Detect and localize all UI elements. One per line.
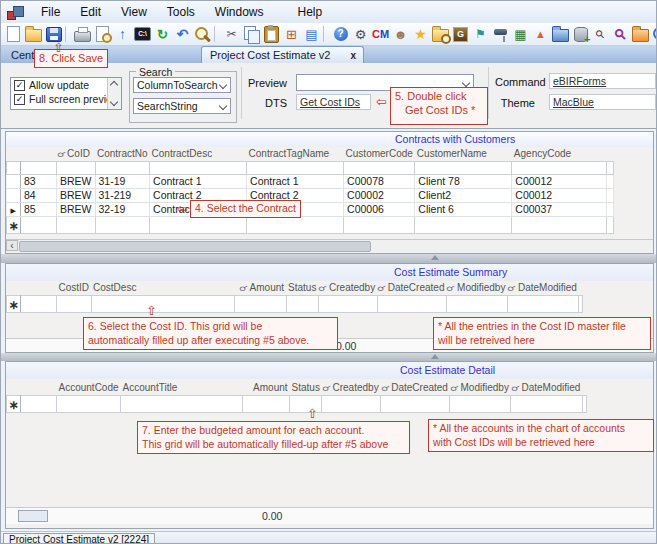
repair-icon[interactable] [193, 25, 212, 43]
preview-label: Preview [247, 77, 287, 89]
menu-windows[interactable]: Windows [205, 2, 274, 22]
column-header-createdby[interactable]: Createdby [322, 381, 381, 396]
g-box-icon[interactable]: G [451, 25, 470, 43]
key-small-icon[interactable]: ⚲ [591, 25, 610, 43]
folder-search-icon[interactable] [431, 25, 450, 43]
cut-icon[interactable]: ✂ [222, 25, 241, 43]
favorites-star-icon[interactable]: ★ [411, 25, 430, 43]
menu-bar: File Edit View Tools Windows Help [1, 1, 657, 23]
print-icon[interactable] [73, 25, 92, 43]
zoom-out-icon[interactable]: − [651, 25, 657, 43]
scroll-left-icon[interactable]: ‹ [6, 240, 18, 251]
column-header-costid[interactable]: CostID [57, 281, 92, 296]
cm-icon[interactable]: CM [371, 25, 390, 43]
collapse-handle-icon[interactable] [431, 354, 439, 359]
undo-icon[interactable]: ↶ [173, 25, 192, 43]
column-header-modifiedby[interactable]: Modifiedby [450, 381, 511, 396]
options-listbox[interactable]: ✓ Allow update ✓ Full screen preview [10, 77, 122, 110]
help-icon[interactable]: ? [331, 25, 350, 43]
command-field[interactable]: eBIRForms [549, 73, 656, 89]
checkbox-allow-update[interactable]: ✓ [14, 80, 25, 91]
column-header[interactable] [21, 147, 57, 162]
column-header-amount[interactable]: Amount [234, 281, 286, 296]
menu-view[interactable]: View [111, 2, 157, 22]
menu-help[interactable]: Help [288, 2, 333, 22]
column-header-costdesc[interactable]: CostDesc [91, 281, 234, 296]
column-header-datecreated[interactable]: DateCreated [381, 381, 450, 396]
listbox-scrollbar[interactable] [107, 78, 121, 109]
splitter[interactable] [1, 254, 657, 263]
column-header-createdby[interactable]: Createdby [318, 281, 377, 296]
column-header-contractdesc[interactable]: ContractDesc [150, 147, 247, 162]
arrow-up-icon: ⇧ [307, 407, 318, 420]
option-allow-update[interactable]: ✓ Allow update [11, 78, 121, 92]
column-header-contractno[interactable]: ContractNo [95, 147, 150, 162]
print-preview-icon[interactable] [93, 25, 112, 43]
splitter[interactable] [1, 353, 657, 361]
new-row[interactable]: ∗ [7, 296, 583, 313]
paint-roller-icon[interactable] [491, 25, 510, 43]
divider [241, 67, 242, 119]
tab-label: Project Cost Estimate v2 [202, 49, 343, 61]
shapes-icon[interactable]: ▲ [531, 25, 550, 43]
cardfile-icon[interactable]: ▤ [302, 25, 321, 43]
column-key-icon [448, 282, 457, 293]
scrollbar-thumb[interactable] [18, 510, 48, 522]
column-header-accountcode[interactable]: AccountCode [57, 381, 121, 396]
option-full-screen-preview[interactable]: ✓ Full screen preview [11, 92, 121, 106]
refresh-icon[interactable]: ↻ [153, 25, 172, 43]
checkbox-full-screen-preview[interactable]: ✓ [14, 94, 25, 105]
scroll-up-icon[interactable] [110, 81, 118, 89]
column-header-modifiedby[interactable]: Modifiedby [446, 281, 507, 296]
upload-icon[interactable]: ↑ [113, 25, 132, 43]
column-header-accounttitle[interactable]: AccountTitle [121, 381, 243, 396]
new-row[interactable]: ∗ [7, 396, 587, 413]
dts-field[interactable]: Get Cost IDs [296, 94, 371, 110]
database-add-icon[interactable] [571, 25, 590, 43]
column-header-datemodified[interactable]: DateModified [507, 281, 579, 296]
settings-icon[interactable]: ⚙ [351, 25, 370, 43]
menu-tools[interactable]: Tools [157, 2, 205, 22]
pin-icon[interactable]: ⚑ [471, 25, 490, 43]
horizontal-scrollbar[interactable]: ‹ [6, 239, 653, 252]
theme-field[interactable]: MacBlue [549, 94, 656, 110]
column-key-icon [509, 282, 518, 293]
menu-edit[interactable]: Edit [70, 2, 111, 22]
new-row-icon: ∗ [8, 398, 18, 412]
table-row[interactable]: 84 BREW 31-219 Contract 2 Contract 2 C00… [7, 189, 614, 203]
scroll-down-icon[interactable] [110, 98, 118, 106]
search-string-combo[interactable]: SearchString [133, 98, 231, 114]
column-header-contracttagname[interactable]: ContractTagName [247, 147, 344, 162]
detail-grid-title-bar: Cost Estimate Detail [6, 362, 653, 379]
column-header-datemodified[interactable]: DateModified [511, 381, 583, 396]
table-row-selected[interactable]: ▶ 85 BREW 32-19 Contract 3 C00006 Client… [7, 203, 614, 217]
documents-folder-icon[interactable] [551, 25, 570, 43]
collapse-handle-icon[interactable] [431, 255, 439, 260]
excel-export-icon[interactable]: ▦ [511, 25, 530, 43]
column-header-coid[interactable]: CoID [57, 147, 96, 162]
table-row[interactable]: 83 BREW 31-19 Contract 1 Contract 1 C000… [7, 175, 614, 189]
open-folder-icon[interactable] [24, 25, 43, 43]
new-document-icon[interactable] [4, 25, 23, 43]
copy-icon[interactable] [242, 25, 261, 43]
locked-folder-icon[interactable] [631, 25, 650, 43]
access-key-icon[interactable]: ⚲ [611, 25, 630, 43]
paste-icon[interactable] [262, 25, 281, 43]
column-header-amount[interactable]: Amount [243, 381, 290, 396]
command-prompt-icon[interactable]: C:\ [133, 25, 152, 43]
new-row[interactable]: ∗ [7, 217, 614, 234]
menu-file[interactable]: File [31, 2, 70, 22]
column-header-agencycode[interactable]: AgencyCode [512, 147, 607, 162]
tab-close-icon[interactable]: x [343, 50, 363, 61]
column-header-customercode[interactable]: CustomerCode [344, 147, 415, 162]
column-header-status[interactable]: Status [290, 381, 322, 396]
column-to-search-combo[interactable]: ColumnToSearch [133, 77, 231, 93]
tab-project-cost-estimate[interactable]: Project Cost Estimate v2 x [201, 46, 364, 63]
user-icon[interactable]: ☻ [391, 25, 410, 43]
column-header-customername[interactable]: CustomerName [415, 147, 512, 162]
scrollbar-thumb[interactable] [19, 241, 371, 252]
column-header-status[interactable]: Status [286, 281, 318, 296]
calculator-icon[interactable]: ⊞ [282, 25, 301, 43]
column-header-datecreated[interactable]: DateCreated [377, 281, 446, 296]
filter-row[interactable] [7, 162, 614, 175]
